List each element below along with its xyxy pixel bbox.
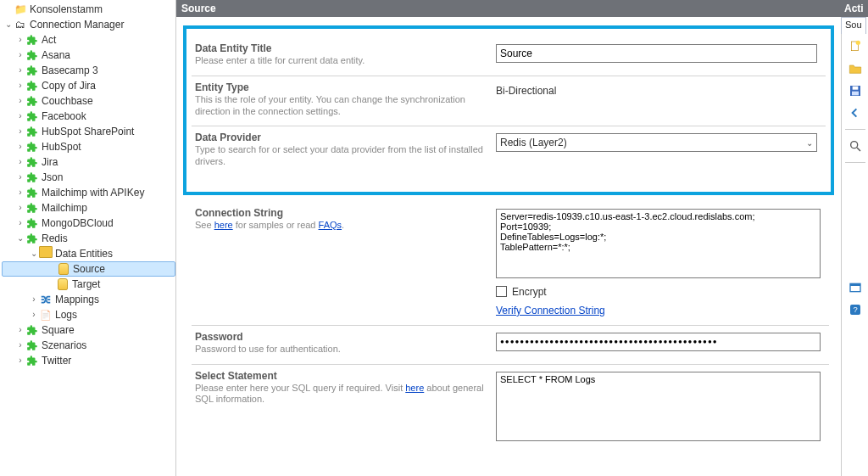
link-here-sql[interactable]: here [405,383,424,393]
tree-item-mailchimpapi[interactable]: ›Mailchimp with APIKey [2,185,175,200]
tree-logs-label: Logs [55,307,77,322]
tree-item-label: Act [42,32,56,48]
tree-item-square[interactable]: ›Square [2,322,175,338]
expand-toggle[interactable]: › [15,170,25,185]
puzzle-icon [25,155,39,169]
content-area: Data Entity Title Please enter a title f… [176,17,841,476]
puzzle-icon [25,48,39,62]
tree-item-twitter[interactable]: ›Twitter [2,353,175,368]
field-data-provider: Data Provider Type to search for or sele… [192,126,826,176]
textarea-select-statement[interactable] [496,372,821,441]
help-icon[interactable]: ? [848,302,863,317]
tree-data-entities[interactable]: ⌄Data Entities [2,246,175,261]
textarea-connection-string[interactable] [496,209,821,278]
expand-toggle[interactable]: › [15,63,25,78]
tree-item-mailchimp[interactable]: ›Mailchimp [2,200,175,216]
db-icon [57,262,70,276]
expand-toggle[interactable]: › [15,78,25,93]
tree-item-label: MongoDBCloud [42,216,114,231]
desc-connection-string: See here for samples or read FAQs. [195,220,486,232]
link-here-samples[interactable]: here [214,220,233,230]
tree-item-hubspot[interactable]: ›HubSpot [2,139,175,154]
tree-item-label: Facebook [42,109,86,124]
folder-icon [14,3,27,16]
expand-toggle[interactable]: › [29,307,39,322]
field-connection-string: Connection String See here for samples o… [192,202,829,326]
expand-toggle[interactable]: › [15,139,25,154]
tree-item-hubspotsp[interactable]: ›HubSpot SharePoint [2,124,175,139]
expand-toggle[interactable]: › [15,200,25,216]
tree-item-couchbase[interactable]: ›Couchbase [2,93,175,109]
search-icon[interactable] [848,138,863,154]
expand-toggle[interactable]: ⌄ [3,17,14,32]
expand-toggle[interactable]: › [15,338,25,353]
tree-logs[interactable]: ›Logs [2,307,175,322]
link-verify-connection[interactable]: Verify Connection String [496,305,605,316]
window-icon[interactable] [848,280,863,295]
tree-item-copyofjira[interactable]: ›Copy of Jira [2,78,175,93]
tree-item-act[interactable]: ›Act [2,32,175,48]
expand-toggle[interactable]: › [15,216,25,231]
expand-toggle[interactable]: › [15,124,25,139]
new-icon[interactable] [848,39,863,54]
save-icon[interactable] [848,83,863,98]
back-icon[interactable] [848,105,863,120]
tree-item-facebook[interactable]: ›Facebook [2,109,175,124]
tree-target-label: Target [72,277,100,292]
expand-toggle[interactable]: › [15,109,25,124]
tree-item-asana[interactable]: ›Asana [2,48,175,63]
expand-toggle[interactable]: › [15,32,25,48]
tree-mappings-label: Mappings [55,292,99,307]
right-title: Acti [844,3,864,14]
tree-item-szenarios[interactable]: ›Szenarios [2,338,175,353]
tab-source[interactable]: Sou [841,17,866,34]
tree-connection-manager[interactable]: ⌄ Connection Manager [2,17,175,32]
puzzle-icon [25,171,39,184]
tree-item-basecamp[interactable]: ›Basecamp 3 [2,63,175,78]
tree-panel: Konsolenstamm ⌄ Connection Manager ›Act … [0,0,176,476]
expand-toggle[interactable]: › [15,322,25,338]
value-entity-type: Bi-Directional [496,83,817,97]
label-password: Password [195,331,486,343]
field-select-statement: Select Statement Please enter here your … [192,365,829,452]
tree-root[interactable]: Konsolenstamm [2,2,175,17]
tree-item-label: Twitter [42,353,71,368]
svg-rect-3 [852,87,858,90]
input-password[interactable] [496,333,821,351]
tree-item-redis[interactable]: ⌄Redis [2,231,175,246]
desc-data-provider: Type to search for or select your data p… [195,144,486,168]
expand-toggle[interactable]: › [15,48,25,63]
expand-toggle[interactable]: ⌄ [29,246,39,261]
expand-toggle[interactable]: › [15,185,25,200]
tree-item-label: Mailchimp [42,200,87,216]
tree-item-json[interactable]: ›Json [2,170,175,185]
expand-toggle[interactable]: › [15,154,25,170]
expand-toggle[interactable]: › [29,292,39,307]
desc-entity-type: This is the role of your entity. You can… [195,94,486,118]
field-password: Password Password to use for authenticat… [192,326,829,365]
input-data-entity-title[interactable] [496,44,817,63]
label-connection-string: Connection String [195,207,486,219]
tree-item-label: Json [42,170,63,185]
tree-item-label: HubSpot SharePoint [42,124,134,139]
tab-label: Sou [845,20,862,30]
tree-manager-label: Connection Manager [30,17,124,32]
link-faqs[interactable]: FAQs [319,220,342,230]
mapping-icon [39,293,53,306]
tree-target[interactable]: Target [2,277,175,292]
tree-item-mongodb[interactable]: ›MongoDBCloud [2,216,175,231]
panel-title-bar: Source [176,0,841,17]
tree-item-jira[interactable]: ›Jira [2,154,175,170]
right-title-bar: Acti [841,0,868,17]
expand-toggle[interactable]: ⌄ [15,231,25,246]
puzzle-icon [25,64,39,77]
tree-mappings[interactable]: ›Mappings [2,292,175,307]
puzzle-icon [25,323,39,337]
checkbox-encrypt[interactable] [496,286,507,297]
combo-data-provider[interactable]: Redis (Layer2) ⌄ [496,133,817,152]
expand-toggle[interactable]: › [15,93,25,109]
expand-toggle[interactable]: › [15,353,25,368]
svg-point-5 [850,142,857,148]
tree-source[interactable]: Source [2,261,175,277]
open-icon[interactable] [848,61,863,76]
